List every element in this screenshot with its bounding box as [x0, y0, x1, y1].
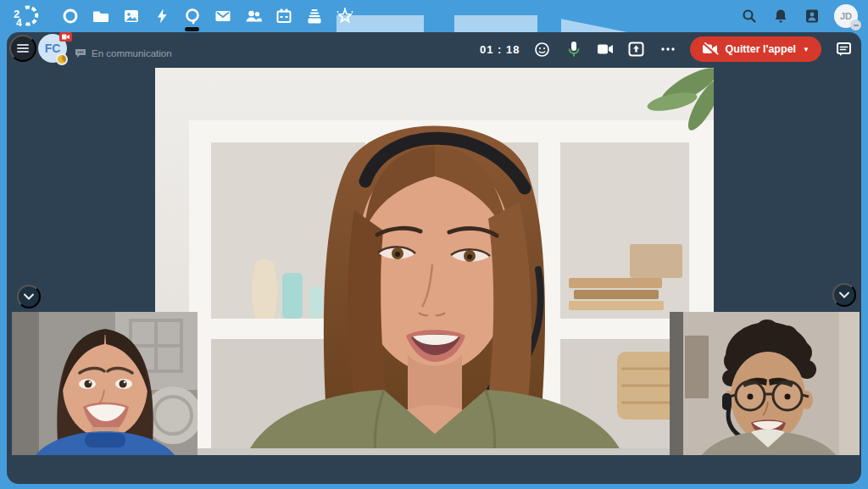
topbar-right-controls: JD	[740, 0, 858, 32]
nav-icon-row	[61, 0, 354, 32]
mail-icon[interactable]	[214, 6, 232, 26]
background-shape-3	[561, 17, 627, 32]
contacts-icon[interactable]	[244, 6, 263, 26]
call-header: FC En communication 01 : 18	[7, 32, 861, 66]
video-camera-icon[interactable]	[596, 40, 615, 58]
moon-away-badge-icon	[56, 53, 68, 65]
chevron-down-icon	[24, 293, 34, 300]
folder-icon[interactable]	[92, 6, 110, 26]
inbox-stack-icon[interactable]	[305, 6, 324, 26]
gallery-icon[interactable]	[122, 6, 141, 26]
more-options-icon[interactable]	[659, 40, 677, 58]
caller-avatar[interactable]: FC	[38, 34, 67, 63]
video-camera-badge-icon	[59, 32, 72, 42]
microphone-icon[interactable]	[565, 40, 583, 58]
caller-avatar-initials: FC	[45, 42, 61, 55]
main-video-feed[interactable]	[155, 68, 714, 455]
participant-left-illustration	[12, 312, 198, 455]
camera-off-icon	[702, 42, 719, 56]
main-speaker-illustration	[155, 68, 714, 455]
notifications-bell-icon[interactable]	[771, 7, 790, 25]
status-circle-icon[interactable]	[61, 6, 80, 26]
chevron-down-icon	[839, 292, 849, 298]
call-timer: 01 : 18	[480, 43, 520, 56]
user-status-badge	[850, 19, 861, 31]
chevron-down-left-button[interactable]	[17, 285, 41, 308]
chevron-down-right-button[interactable]	[832, 283, 856, 307]
participant-right-illustration	[670, 312, 860, 455]
user-avatar[interactable]: JD	[834, 4, 858, 28]
contact-card-icon[interactable]	[803, 7, 821, 25]
user-avatar-initials: JD	[840, 11, 852, 21]
hamburger-menu-button[interactable]	[9, 35, 36, 62]
emoji-icon[interactable]	[533, 40, 552, 58]
call-status: En communication	[75, 48, 172, 58]
call-status-text: En communication	[92, 48, 172, 58]
call-controls: 01 : 18 Quitter l'appel ▼	[480, 32, 853, 66]
app-root: { "colors": { "topbar_blue": "#459EDB", …	[0, 0, 868, 489]
flash-icon[interactable]	[153, 6, 171, 26]
speech-bubble-icon	[75, 48, 86, 58]
video-call-panel: FC En communication 01 : 18	[7, 32, 861, 484]
chat-panel-icon[interactable]	[834, 40, 853, 58]
chat-icon[interactable]	[183, 6, 202, 26]
sparkle-icon[interactable]	[336, 6, 354, 26]
background-shape-2	[454, 15, 537, 32]
leave-call-label: Quitter l'appel	[726, 43, 797, 55]
brand-logo-icon[interactable]: 2 4	[14, 3, 51, 29]
screen-share-icon[interactable]	[627, 40, 646, 58]
participant-thumbnail-right[interactable]	[670, 312, 860, 455]
leave-call-button[interactable]: Quitter l'appel ▼	[690, 36, 821, 62]
top-navigation-bar: 2 4	[0, 0, 868, 32]
active-tab-indicator	[185, 27, 199, 31]
participant-thumbnail-left[interactable]	[12, 312, 198, 455]
leave-call-caret: ▼	[803, 46, 810, 53]
calendar-icon[interactable]	[275, 6, 293, 26]
svg-text:4: 4	[16, 17, 22, 28]
search-icon[interactable]	[740, 7, 759, 25]
